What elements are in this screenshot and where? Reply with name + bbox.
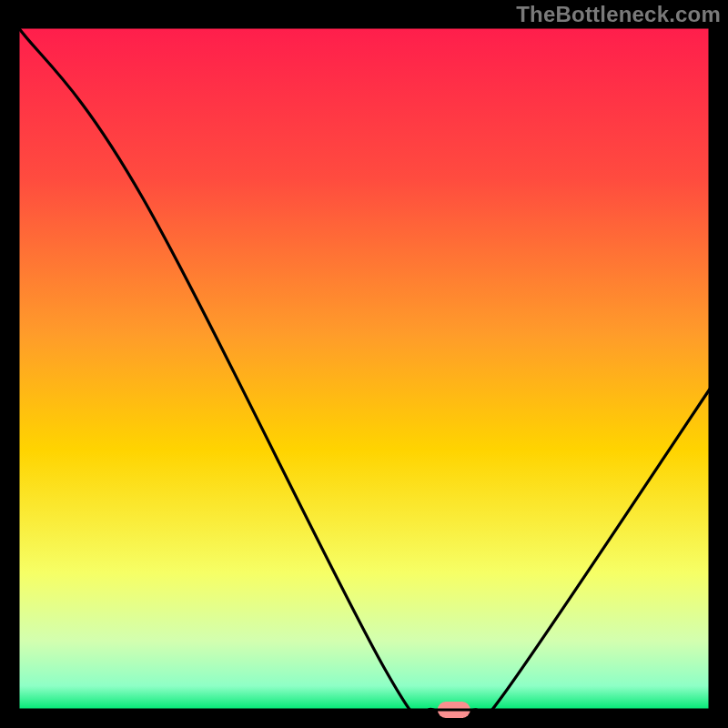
plot-background (18, 27, 710, 710)
watermark-text: TheBottleneck.com (516, 2, 721, 27)
chart-svg (0, 0, 728, 728)
chart-container: { "watermark": "TheBottleneck.com", "cha… (0, 0, 728, 728)
